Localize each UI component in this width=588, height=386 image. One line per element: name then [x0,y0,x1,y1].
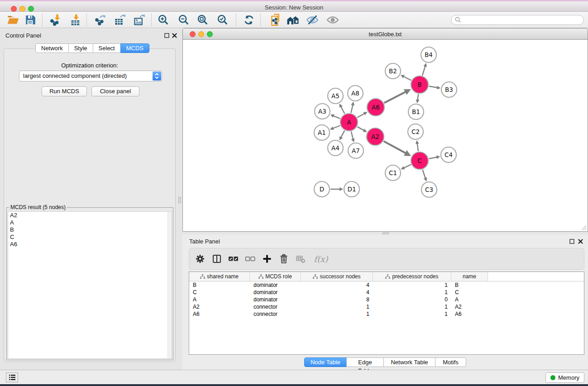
scrollbar-track[interactable] [167,212,172,358]
graph-edge-B-B3[interactable] [429,86,440,88]
tab-edge-table[interactable]: Edge Table [346,357,384,367]
new-network-from-selection-button[interactable] [268,13,283,27]
graph-node-A4[interactable]: A4 [328,140,343,156]
graph-node-A3[interactable]: A3 [315,104,330,119]
mcds-result-list[interactable]: A2ABCA6 [8,211,172,359]
table-cell[interactable]: A2 [451,303,488,310]
memory-button[interactable]: Memory [545,372,584,383]
table-cell[interactable]: dominator [250,296,301,303]
float-panel-button[interactable] [163,32,170,38]
zoom-out-button[interactable] [176,13,191,27]
graph-edge-C-C2[interactable] [417,141,418,151]
import-table-button[interactable] [68,13,83,27]
table-cell[interactable]: 1 [301,310,373,318]
table-cell[interactable]: 4 [301,281,373,289]
close-panel-action-button[interactable]: Close panel [91,86,139,96]
table-close-button[interactable] [577,238,583,244]
graph-edge-A6-B[interactable] [384,90,410,103]
graph-node-D[interactable]: D [314,181,330,197]
table-cell[interactable]: A2 [189,303,250,310]
refresh-layout-button[interactable] [241,13,257,27]
column-header-successor-nodes[interactable]: successor nodes [301,272,373,281]
column-header-name[interactable]: name [451,272,488,281]
graph-edge-A-A3[interactable] [331,115,340,119]
table-float-button[interactable] [569,238,575,244]
graph-node-B3[interactable]: B3 [441,82,457,97]
graph-edge-C-C4[interactable] [429,157,440,159]
select-all-rows-button[interactable] [228,253,239,264]
graph-node-C3[interactable]: C3 [421,182,437,197]
graph-node-B[interactable]: B [411,76,428,93]
graph-edge-B-B4[interactable] [422,64,426,76]
run-mcds-button[interactable]: Run MCDS [42,86,87,96]
tab-mcds[interactable]: MCDS [120,43,149,53]
delete-column-button[interactable] [278,253,289,264]
table-cell[interactable]: 1 [373,310,451,318]
graph-node-A5[interactable]: A5 [328,88,343,104]
first-neighbors-button[interactable] [285,13,301,27]
column-header-predecessor-nodes[interactable]: predecessor nodes [373,272,451,281]
export-network-button[interactable] [92,13,108,27]
graph-node-A1[interactable]: A1 [314,125,330,140]
table-row[interactable]: Adominator80A [189,296,584,303]
table-cell[interactable]: 4 [301,289,373,296]
zoom-selected-button[interactable] [215,13,230,27]
split-handle[interactable] [178,197,181,203]
graph-node-A2[interactable]: A2 [367,128,384,145]
graph-node-C4[interactable]: C4 [441,147,456,162]
network-graph[interactable]: B4B2BB3A5A8A6A3B1AA1C2A2A4A7C4CC1C3DD1 [183,40,588,231]
graph-node-A6[interactable]: A6 [367,99,384,116]
graph-edge-A-A2[interactable] [357,127,366,132]
add-column-button[interactable] [262,253,272,264]
graph-node-B1[interactable]: B1 [408,104,424,119]
graph-edge-A-A6[interactable] [357,112,367,118]
table-row[interactable]: A6connector11A6 [189,310,584,318]
table-row[interactable]: Bdominator41B [189,281,584,289]
show-panels-list-button[interactable] [6,372,18,382]
table-cell[interactable]: 1 [301,303,373,310]
graph-edge-A-A1[interactable] [331,126,340,129]
table-settings-button[interactable] [195,253,206,264]
network-canvas[interactable]: B4B2BB3A5A8A6A3B1AA1C2A2A4A7C4CC1C3DD1 [183,40,588,231]
table-cell[interactable]: dominator [250,289,301,296]
table-cell[interactable]: A6 [451,310,488,318]
graph-edge-A-A4[interactable] [340,131,344,140]
window-resize-grip[interactable] [581,224,587,230]
graph-node-A8[interactable]: A8 [348,86,363,101]
graph-edge-A2-C[interactable] [384,141,410,155]
table-cell[interactable]: A [189,296,250,303]
open-session-button[interactable] [5,13,21,27]
graph-node-C[interactable]: C [411,152,428,169]
graph-node-C2[interactable]: C2 [408,124,423,139]
table-cell[interactable]: connector [250,310,301,318]
tab-style[interactable]: Style [68,43,93,53]
table-cell[interactable]: A [451,296,488,303]
table-row[interactable]: A2connector11A2 [189,303,584,310]
show-all-button[interactable] [325,13,340,27]
vertical-split-divider[interactable] [177,29,182,367]
optimization-criterion-select[interactable]: largest connected component (directed) [19,71,162,81]
table-cell[interactable]: 0 [373,296,451,303]
tab-network[interactable]: Network [35,43,69,53]
mcds-result-item[interactable]: A [8,219,172,226]
mcds-result-item[interactable]: A2 [8,212,172,219]
column-header-shared-name[interactable]: shared name [189,272,250,281]
graph-edge-C-C3[interactable] [423,170,426,181]
graph-node-C1[interactable]: C1 [385,165,401,181]
table-cell[interactable]: C [451,289,488,296]
zoom-fit-button[interactable] [195,13,210,27]
table-cell[interactable]: A6 [189,310,250,318]
delete-table-button[interactable] [295,253,306,264]
table-cell[interactable]: C [189,289,250,296]
mcds-result-item[interactable]: B [8,226,172,234]
table-cell[interactable]: B [451,281,488,289]
tab-network-table[interactable]: Network Table [383,357,435,367]
mcds-result-item[interactable]: C [8,234,172,241]
graph-edge-A-A5[interactable] [340,105,345,114]
zoom-in-button[interactable] [156,13,171,27]
export-table-button[interactable] [112,13,128,27]
table-cell[interactable]: connector [250,303,301,310]
mcds-result-item[interactable]: A6 [8,241,172,248]
graph-edge-C-C1[interactable] [402,165,411,169]
table-cell[interactable]: 1 [373,289,451,296]
